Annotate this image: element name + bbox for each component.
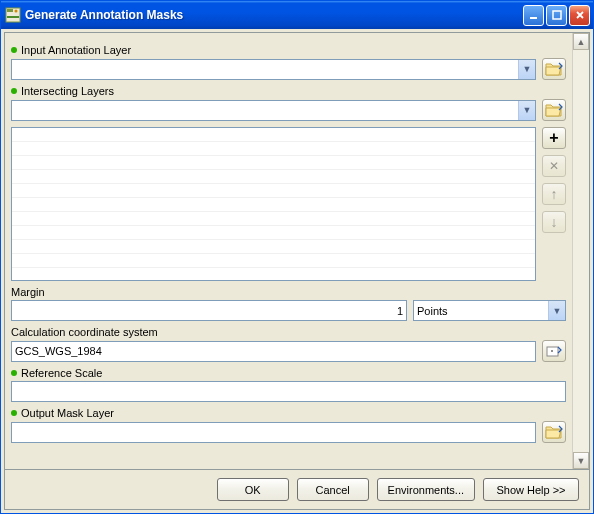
svg-rect-3 bbox=[7, 16, 19, 18]
remove-icon: ✕ bbox=[549, 159, 559, 173]
output-mask-layer-label: Output Mask Layer bbox=[11, 407, 566, 419]
browse-output-button[interactable] bbox=[542, 421, 566, 443]
up-arrow-icon: ↑ bbox=[551, 186, 558, 202]
label-text: Intersecting Layers bbox=[21, 85, 114, 97]
intersecting-layers-label: Intersecting Layers bbox=[11, 85, 566, 97]
down-arrow-icon: ↓ bbox=[551, 214, 558, 230]
margin-input[interactable]: 1 bbox=[11, 300, 407, 321]
ok-button[interactable]: OK bbox=[217, 478, 289, 501]
input-value: 1 bbox=[397, 305, 403, 317]
calc-coord-sys-label: Calculation coordinate system bbox=[11, 326, 566, 338]
client-area: Input Annotation Layer ▼ Intersecting La… bbox=[4, 32, 590, 510]
required-marker-icon bbox=[11, 88, 17, 94]
svg-rect-1 bbox=[7, 9, 13, 12]
label-text: Reference Scale bbox=[21, 367, 102, 379]
environments-button[interactable]: Environments... bbox=[377, 478, 475, 501]
close-button[interactable] bbox=[569, 5, 590, 26]
chevron-down-icon[interactable]: ▼ bbox=[518, 101, 535, 120]
scroll-area: Input Annotation Layer ▼ Intersecting La… bbox=[5, 33, 589, 469]
scroll-down-icon[interactable]: ▼ bbox=[573, 452, 589, 469]
output-mask-layer-input[interactable] bbox=[11, 422, 536, 443]
margin-unit-combo[interactable]: Points ▼ bbox=[413, 300, 566, 321]
move-up-button[interactable]: ↑ bbox=[542, 183, 566, 205]
svg-rect-4 bbox=[530, 17, 537, 19]
calc-coord-sys-input[interactable]: GCS_WGS_1984 bbox=[11, 341, 536, 362]
vertical-scrollbar[interactable]: ▲ ▼ bbox=[572, 33, 589, 469]
input-annotation-layer-label: Input Annotation Layer bbox=[11, 44, 566, 56]
browse-input-annotation-button[interactable] bbox=[542, 58, 566, 80]
browse-intersecting-button[interactable] bbox=[542, 99, 566, 121]
svg-rect-6 bbox=[547, 347, 558, 356]
minimize-button[interactable] bbox=[523, 5, 544, 26]
required-marker-icon bbox=[11, 47, 17, 53]
svg-point-7 bbox=[551, 350, 553, 352]
coord-sys-properties-button[interactable] bbox=[542, 340, 566, 362]
intersecting-layers-list[interactable] bbox=[11, 127, 536, 281]
maximize-button[interactable] bbox=[546, 5, 567, 26]
reference-scale-input[interactable] bbox=[11, 381, 566, 402]
window-title: Generate Annotation Masks bbox=[25, 8, 523, 22]
reference-scale-label: Reference Scale bbox=[11, 367, 566, 379]
plus-icon: + bbox=[549, 129, 558, 147]
label-text: Input Annotation Layer bbox=[21, 44, 131, 56]
scroll-up-icon[interactable]: ▲ bbox=[573, 33, 589, 50]
input-value: GCS_WGS_1984 bbox=[15, 345, 102, 357]
svg-rect-5 bbox=[553, 11, 561, 19]
add-item-button[interactable]: + bbox=[542, 127, 566, 149]
form-panel: Input Annotation Layer ▼ Intersecting La… bbox=[5, 33, 572, 469]
show-help-button[interactable]: Show Help >> bbox=[483, 478, 579, 501]
combo-value: Points bbox=[417, 305, 448, 317]
label-text: Margin bbox=[11, 286, 45, 298]
dialog-window: Generate Annotation Masks Input Annotati… bbox=[0, 0, 594, 514]
svg-point-2 bbox=[15, 10, 18, 13]
input-annotation-layer-combo[interactable]: ▼ bbox=[11, 59, 536, 80]
scroll-track[interactable] bbox=[573, 50, 589, 452]
app-icon bbox=[5, 7, 21, 23]
titlebar: Generate Annotation Masks bbox=[1, 1, 593, 29]
required-marker-icon bbox=[11, 410, 17, 416]
window-controls bbox=[523, 5, 590, 26]
label-text: Output Mask Layer bbox=[21, 407, 114, 419]
label-text: Calculation coordinate system bbox=[11, 326, 158, 338]
chevron-down-icon[interactable]: ▼ bbox=[518, 60, 535, 79]
cancel-button[interactable]: Cancel bbox=[297, 478, 369, 501]
margin-label: Margin bbox=[11, 286, 566, 298]
remove-item-button[interactable]: ✕ bbox=[542, 155, 566, 177]
required-marker-icon bbox=[11, 370, 17, 376]
list-side-buttons: + ✕ ↑ ↓ bbox=[542, 127, 566, 281]
move-down-button[interactable]: ↓ bbox=[542, 211, 566, 233]
button-bar: OK Cancel Environments... Show Help >> bbox=[5, 469, 589, 509]
chevron-down-icon[interactable]: ▼ bbox=[548, 301, 565, 320]
intersecting-layers-combo[interactable]: ▼ bbox=[11, 100, 536, 121]
